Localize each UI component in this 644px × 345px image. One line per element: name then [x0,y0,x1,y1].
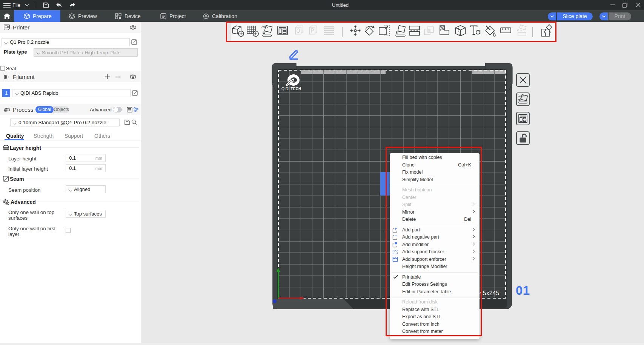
svg-text:AUTO: AUTO [518,95,524,97]
svg-text:QIDITECH: QIDITECH [281,87,301,91]
